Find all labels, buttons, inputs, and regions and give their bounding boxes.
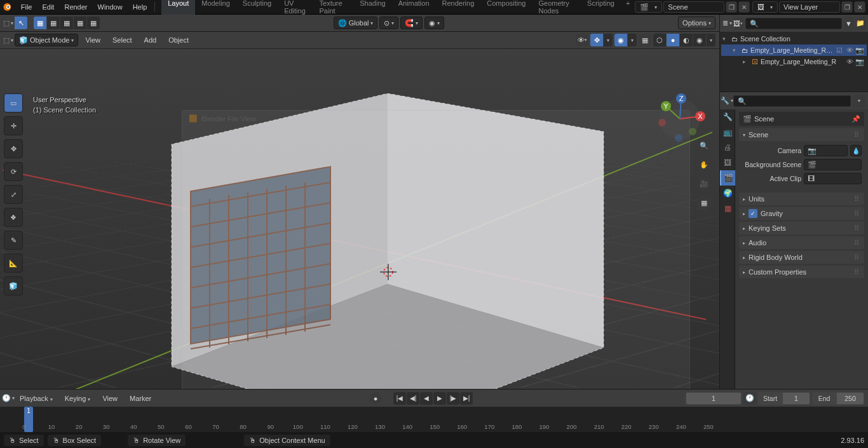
shading-options[interactable]: ▾ [707, 34, 715, 46]
current-frame-field[interactable]: 1 [686, 392, 742, 405]
panel-units[interactable]: ▸Units⠿ [739, 193, 864, 205]
panel-rigid-body[interactable]: ▸Rigid Body World⠿ [739, 251, 864, 264]
proportional-edit[interactable]: ◉▾ [424, 17, 444, 29]
vp-menu-add[interactable]: Add [139, 34, 162, 46]
editor-type-3dview[interactable]: ⬚▾ [4, 17, 13, 29]
tool-scale[interactable]: ⤢ [4, 185, 23, 204]
nav-pan[interactable]: ✋ [696, 157, 712, 172]
select-mode-subtract[interactable]: ▦ [60, 17, 73, 29]
viewlayer-browse[interactable]: 🖼▾ [752, 1, 778, 13]
restrict-render-1[interactable]: 📷 [855, 58, 864, 66]
outliner-editor-type[interactable]: ≣▾ [722, 17, 731, 30]
tool-options[interactable]: Options▾ [678, 17, 715, 29]
scene-delete[interactable]: ✕ [738, 1, 750, 13]
outliner-tree[interactable]: ▾ 🗀 Scene Collection ▾ 🗀 Empty_Large_Mee… [720, 32, 868, 92]
props-options[interactable]: ▾ [853, 95, 865, 107]
props-editor-type[interactable]: 🔧▾ [722, 95, 731, 107]
vp-menu-view[interactable]: View [80, 34, 105, 46]
gravity-check[interactable]: ✓ [749, 209, 757, 218]
menu-help[interactable]: Help [128, 1, 153, 13]
restrict-viewport-0[interactable]: 👁 [845, 46, 854, 55]
outliner-filter[interactable]: ▼ [844, 17, 854, 30]
tool-rotate[interactable]: ⟳ [4, 162, 23, 181]
prop-tab-viewlayer[interactable]: 🖼 [720, 155, 735, 170]
nav-zoom[interactable]: 🔍 [696, 138, 712, 153]
jump-start[interactable]: |◀ [393, 392, 406, 405]
end-frame-field[interactable]: 250 [836, 392, 864, 405]
gizmo-options[interactable]: ▾ [604, 34, 613, 46]
start-frame-field[interactable]: 1 [782, 392, 810, 405]
shading-wireframe[interactable]: ⬡ [653, 34, 666, 46]
vp-menu-select[interactable]: Select [107, 34, 137, 46]
outliner-new-collection[interactable]: 📁 [855, 17, 865, 30]
restrict-viewport-1[interactable]: 👁 [845, 58, 854, 66]
editor-type-dropdown[interactable]: ⬚▾ [4, 34, 13, 46]
restrict-select-0[interactable]: ☑ [835, 46, 844, 55]
camera-eyedropper[interactable]: 💧 [850, 145, 862, 156]
pivot-select[interactable]: ⊙▾ [379, 17, 398, 29]
timeline-editor-type[interactable]: 🕐▾ [4, 392, 13, 405]
prop-tab-scene[interactable]: 🎬 [720, 170, 735, 186]
shading-solid[interactable]: ● [667, 34, 679, 46]
use-preview-range[interactable]: 🕐 [743, 392, 756, 405]
nav-camera[interactable]: 🎥 [696, 176, 712, 191]
timeline-keying-menu[interactable]: Keying ▾ [60, 392, 96, 405]
panel-gravity[interactable]: ▸✓Gravity⠿ [739, 207, 864, 220]
3d-viewport[interactable]: 🟧Blender File View User Perspective (1) … [0, 49, 719, 389]
prop-tab-output[interactable]: 🖨 [720, 140, 735, 155]
select-mode-set[interactable]: ▦ [34, 17, 46, 29]
xray-toggle[interactable]: ▦ [639, 34, 651, 46]
nav-persp-ortho[interactable]: ▦ [696, 195, 712, 210]
tree-toggle-1[interactable]: ▸ [743, 58, 749, 65]
menu-file[interactable]: File [16, 1, 37, 13]
play-forward[interactable]: ▶ [433, 392, 446, 405]
menu-edit[interactable]: Edit [37, 1, 59, 13]
prop-tab-texture[interactable]: ▦ [720, 201, 735, 216]
auto-keying[interactable]: ● [369, 392, 382, 405]
show-overlays[interactable]: ◉ [614, 34, 627, 46]
bgscene-field[interactable]: 🎬 [804, 159, 862, 170]
pin-icon[interactable]: 📌 [851, 115, 860, 123]
tool-add-primitive[interactable]: 🧊 [4, 276, 23, 295]
vp-menu-object[interactable]: Object [163, 34, 194, 46]
keyframe-prev[interactable]: ◀| [407, 392, 419, 405]
prop-tab-world[interactable]: 🌍 [720, 186, 735, 201]
tool-move[interactable]: ✥ [4, 139, 23, 158]
tool-measure[interactable]: 📐 [4, 254, 23, 273]
tree-toggle-root[interactable]: ▾ [722, 36, 729, 42]
panel-audio[interactable]: ▸Audio⠿ [739, 236, 864, 249]
timeline-marker-menu[interactable]: Marker [125, 392, 156, 405]
shading-rendered[interactable]: ◉ [693, 34, 706, 46]
timeline-playback-menu[interactable]: Playback ▾ [15, 392, 58, 405]
timeline-view-menu[interactable]: View [97, 392, 123, 405]
overlay-options[interactable]: ▾ [628, 34, 637, 46]
scene-name-input[interactable] [663, 1, 724, 13]
select-mode-intersect[interactable]: ▦ [87, 17, 100, 29]
panel-custom-props[interactable]: ▸Custom Properties⠿ [739, 266, 864, 278]
select-tool-tweak[interactable]: ↖ [15, 17, 27, 29]
jump-end[interactable]: ▶| [460, 392, 473, 405]
panel-keying-sets[interactable]: ▸Keying Sets⠿ [739, 222, 864, 234]
camera-field[interactable]: 📷 [804, 145, 848, 156]
mode-select[interactable]: 🧊Object Mode▾ [15, 34, 78, 46]
tool-cursor[interactable]: ✛ [4, 116, 23, 135]
shading-matprev[interactable]: ◐ [680, 34, 693, 46]
play-reverse[interactable]: ◀ [420, 392, 433, 405]
orientation-select[interactable]: 🌐Global▾ [334, 17, 378, 29]
panel-scene-header[interactable]: ▾Scene⠿ [739, 128, 864, 141]
menu-render[interactable]: Render [59, 1, 92, 13]
tree-root-label[interactable]: Scene Collection [740, 35, 867, 43]
scene-browse[interactable]: 🎬▾ [635, 1, 662, 13]
tool-annotate[interactable]: ✎ [4, 231, 23, 250]
tool-select-box[interactable]: ▭ [4, 93, 23, 112]
viewlayer-name-input[interactable] [779, 1, 840, 13]
tree-item-1[interactable]: Empty_Large_Meeting_R [761, 58, 844, 65]
outliner-display-mode[interactable]: 🖼▾ [733, 17, 743, 30]
restrict-render-0[interactable]: 📷 [855, 46, 864, 55]
scene-new[interactable]: ❐ [726, 1, 737, 13]
timeline-track[interactable]: 1 01020304050607080901001101201301401501… [0, 407, 868, 432]
props-search[interactable] [733, 95, 851, 107]
prop-tab-render[interactable]: 📺 [720, 125, 735, 140]
snap-toggle[interactable]: 🧲▾ [400, 17, 423, 29]
outliner-search[interactable] [745, 18, 842, 29]
